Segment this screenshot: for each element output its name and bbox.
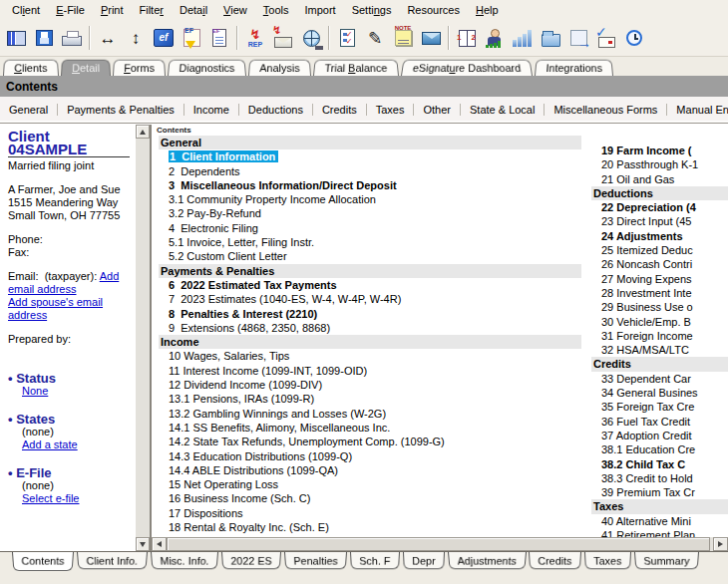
- bottom-tab-contents[interactable]: Contents: [12, 552, 74, 571]
- contents-item[interactable]: 30 Vehicle/Emp. B: [591, 315, 728, 329]
- contents-item[interactable]: 23 Direct Input (45: [591, 214, 728, 228]
- contents-item[interactable]: 4 Electronic Filing: [159, 221, 581, 235]
- contents-item[interactable]: 21 Oil and Gas: [591, 172, 728, 186]
- checklist-icon[interactable]: [333, 24, 361, 52]
- tab-forms[interactable]: Forms: [113, 60, 166, 76]
- contents-item[interactable]: 25 Itemized Deduc: [591, 243, 728, 257]
- contents-item[interactable]: 32 HSA/MSA/LTC: [591, 343, 728, 357]
- category-other[interactable]: Other: [413, 104, 460, 116]
- contents-item[interactable]: 18 Rental & Royalty Inc. (Sch. E): [159, 520, 581, 534]
- tab-clients[interactable]: Clients: [3, 60, 59, 76]
- contents-item[interactable]: 17 Dispositions: [159, 506, 581, 520]
- contents-item[interactable]: 8 Penalties & Interest (2210): [159, 307, 581, 321]
- menu-client[interactable]: Client: [4, 1, 48, 19]
- bottom-tab-depr[interactable]: Depr: [403, 552, 445, 569]
- export-icon[interactable]: →: [564, 24, 592, 52]
- print-icon[interactable]: [58, 24, 86, 52]
- tab-detail[interactable]: Detail: [61, 60, 111, 76]
- category-miscellaneous-forms[interactable]: Miscellaneous Forms: [544, 104, 666, 116]
- clock-icon[interactable]: [620, 24, 648, 52]
- contents-item[interactable]: 34 General Busines: [591, 386, 728, 400]
- contents-item[interactable]: 9 Extensions (4868, 2350, 8868): [159, 321, 581, 335]
- contents-item[interactable]: 36 Fuel Tax Credit: [591, 415, 728, 429]
- bottom-tab-penalties[interactable]: Penalties: [284, 552, 347, 569]
- add-state-link[interactable]: Add a state: [22, 438, 130, 451]
- bottom-tab-summary[interactable]: Summary: [634, 552, 699, 569]
- contents-item[interactable]: 40 Alternative Mini: [591, 514, 728, 528]
- contents-item[interactable]: 5.1 Invoice, Letter, Filing Instr.: [159, 235, 581, 249]
- tab-integrations[interactable]: Integrations: [535, 60, 613, 76]
- bottom-tab-client-info[interactable]: Client Info.: [77, 552, 148, 569]
- contents-item[interactable]: 3.2 Pay-By-Refund: [159, 206, 581, 220]
- contents-item[interactable]: 14.4 ABLE Distributions (1099-QA): [159, 463, 581, 477]
- contents-item[interactable]: 6 2022 Estimated Tax Payments: [159, 278, 581, 292]
- menu-import[interactable]: Import: [296, 1, 343, 19]
- scrollbar-thumb[interactable]: [167, 537, 710, 551]
- contents-item[interactable]: 15 Net Operating Loss: [159, 477, 581, 491]
- contents-item[interactable]: 3.1 Community Property Income Allocation: [159, 192, 581, 206]
- category-deductions[interactable]: Deductions: [238, 104, 312, 116]
- envelope-icon[interactable]: [417, 24, 445, 52]
- client-status-icon[interactable]: [481, 24, 509, 52]
- contents-item[interactable]: 5.2 Custom Client Letter: [159, 249, 581, 263]
- index-book-icon[interactable]: 1 2: [453, 24, 481, 52]
- contents-item[interactable]: 38.2 Child Tax C: [591, 457, 728, 471]
- connect-web-icon[interactable]: [297, 24, 325, 52]
- contents-item[interactable]: 38.1 Education Cre: [591, 442, 728, 456]
- bottom-tab-misc-info[interactable]: Misc. Info.: [151, 552, 218, 569]
- tab-esignature-dashboard[interactable]: eSignature Dashboard: [401, 60, 533, 76]
- client-columns-icon[interactable]: [2, 24, 30, 52]
- menu-filter[interactable]: Filter: [132, 1, 172, 19]
- status-none-link[interactable]: None: [22, 385, 48, 397]
- bottom-tab-2022-es[interactable]: 2022 ES: [221, 552, 281, 569]
- contents-item[interactable]: 24 Adjustments: [591, 229, 728, 243]
- contents-item[interactable]: 33 Dependent Car: [591, 372, 728, 386]
- horizontal-scrollbar[interactable]: [152, 537, 728, 551]
- reports-chart-icon[interactable]: [509, 24, 537, 52]
- menu-detail[interactable]: Detail: [172, 1, 215, 19]
- contents-item[interactable]: 19 Farm Income (: [591, 144, 728, 157]
- contents-item[interactable]: 37 Adoption Credit: [591, 429, 728, 442]
- tab-analysis[interactable]: Analysis: [248, 60, 311, 76]
- folder-icon[interactable]: [537, 24, 564, 52]
- scroll-right-button[interactable]: [713, 537, 728, 551]
- scroll-up-button[interactable]: [136, 125, 150, 139]
- menu-help[interactable]: Help: [468, 1, 507, 19]
- contents-item[interactable]: 13.2 Gambling Winnings and Losses (W-2G): [159, 407, 581, 421]
- add-spouse-email-link[interactable]: Add spouse's email address: [8, 296, 130, 322]
- contents-item[interactable]: 12 Dividend Income (1099-DIV): [159, 378, 581, 392]
- scroll-down-button[interactable]: [136, 537, 150, 551]
- transmit-mail-icon[interactable]: ↯: [269, 24, 297, 52]
- bottom-tab-adjustments[interactable]: Adjustments: [448, 552, 527, 569]
- ef-status-icon[interactable]: ef: [150, 24, 178, 52]
- sidebar-scrollbar[interactable]: [135, 125, 150, 551]
- bottom-tab-sch-f[interactable]: Sch. F: [350, 552, 400, 569]
- sign-pen-icon[interactable]: ✎: [361, 24, 389, 52]
- contents-item[interactable]: 31 Foreign Income: [591, 329, 728, 343]
- contents-item[interactable]: 38.3 Credit to Hold: [591, 471, 728, 485]
- bottom-tab-taxes[interactable]: Taxes: [584, 552, 631, 569]
- select-efile-link[interactable]: Select e-file: [22, 492, 130, 505]
- save-icon[interactable]: [30, 24, 58, 52]
- contents-item[interactable]: 10 Wages, Salaries, Tips: [159, 349, 581, 363]
- contents-item[interactable]: 28 Investment Inte: [591, 286, 728, 300]
- menu-settings[interactable]: Settings: [344, 1, 400, 19]
- contents-item[interactable]: 7 2023 Estimates (1040-ES, W-4, W-4P, W-…: [159, 292, 581, 306]
- contents-item[interactable]: 20 Passthrough K-1: [591, 157, 728, 171]
- ef-report-icon[interactable]: EF: [205, 24, 233, 52]
- menu-view[interactable]: View: [215, 1, 255, 19]
- contents-item[interactable]: 2 Dependents: [159, 164, 581, 178]
- contents-item[interactable]: 1 Client Information: [159, 149, 581, 163]
- contents-item[interactable]: 3 Miscellaneous Information/Direct Depos…: [159, 178, 581, 192]
- category-income[interactable]: Income: [183, 104, 238, 116]
- category-taxes[interactable]: Taxes: [366, 104, 414, 116]
- menu-print[interactable]: Print: [93, 1, 132, 19]
- menu-resources[interactable]: Resources: [399, 1, 468, 19]
- contents-item[interactable]: 16 Business Income (Sch. C): [159, 491, 581, 505]
- bottom-tab-credits[interactable]: Credits: [529, 552, 581, 569]
- tab-diagnostics[interactable]: Diagnostics: [168, 60, 246, 76]
- contents-item[interactable]: 22 Depreciation (4: [591, 200, 728, 214]
- menu-e-file[interactable]: E-File: [48, 1, 93, 19]
- category-state-local[interactable]: State & Local: [460, 104, 544, 116]
- efile-accepted-icon[interactable]: ✓: [592, 24, 620, 52]
